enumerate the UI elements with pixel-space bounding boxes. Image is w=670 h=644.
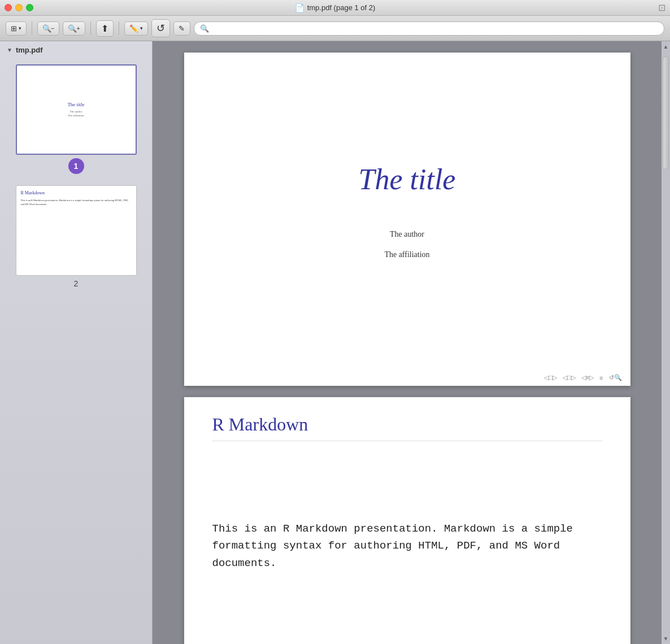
resize-icon[interactable]: ⊡ — [658, 2, 665, 13]
page1-affiliation: The affiliation — [384, 250, 429, 259]
rotate-button[interactable]: ↺ — [151, 19, 170, 37]
scroll-down-arrow[interactable]: ▼ — [662, 634, 670, 643]
nav-zoom-icon[interactable]: ↺🔍 — [607, 373, 624, 382]
nav-next-icon[interactable]: ◁≡▷ — [580, 373, 595, 382]
zoom-out-icon: 🔍 — [42, 24, 51, 33]
sidebar: ▼ tmp.pdf The title The author The affil… — [0, 41, 153, 644]
sidebar-filename: tmp.pdf — [16, 46, 43, 54]
maximize-button[interactable] — [26, 4, 33, 11]
page2-thumbnail[interactable]: R Markdown This is an R Markdown present… — [16, 185, 137, 276]
page1-content: The title The author The affiliation — [184, 53, 630, 369]
thumb2-heading: R Markdown — [21, 190, 132, 195]
pdf-page-2: R Markdown This is an R Markdown present… — [184, 397, 630, 644]
markup-button[interactable]: ✎ — [173, 21, 190, 36]
thumb1-author: The author — [70, 110, 82, 114]
page2-body: This is an R Markdown presentation. Mark… — [212, 520, 602, 572]
page1-badge[interactable]: 1 — [68, 158, 84, 174]
separator-1 — [32, 21, 32, 35]
close-button[interactable] — [5, 4, 12, 11]
collapse-icon[interactable]: ▼ — [7, 47, 12, 53]
nav-list-icon[interactable]: ≡ — [598, 373, 604, 382]
rotate-icon: ↺ — [156, 22, 165, 34]
separator-3 — [119, 21, 119, 35]
view-button[interactable]: ⊞ ▾ — [6, 21, 27, 36]
thumb1-title: The title — [67, 102, 84, 107]
page1-title: The title — [359, 163, 456, 196]
share-button[interactable]: ⬆ — [96, 20, 114, 37]
window-title: tmp.pdf (page 1 of 2) — [307, 3, 376, 12]
page1-thumbnail-container: The title The author The affiliation 1 — [0, 59, 152, 180]
page1-author: The author — [390, 230, 424, 239]
main-area: ▼ tmp.pdf The title The author The affil… — [0, 41, 670, 644]
page1-footer: ◁□▷ ◁□▷ ◁≡▷ ≡ ↺🔍 — [184, 369, 630, 386]
pdf-icon: 📄 — [295, 3, 304, 12]
toolbar: ⊞ ▾ 🔍− 🔍+ ⬆ ✏️ ▾ ↺ ✎ 🔍 — [0, 16, 670, 41]
nav-frame-icon[interactable]: ◁□▷ — [561, 373, 577, 382]
share-icon: ⬆ — [101, 23, 108, 34]
page1-thumbnail[interactable]: The title The author The affiliation — [16, 64, 137, 155]
separator-2 — [90, 21, 91, 35]
sidebar-header: ▼ tmp.pdf — [0, 41, 152, 59]
scroll-up-arrow[interactable]: ▲ — [662, 42, 670, 51]
annotate-arrow-icon: ▾ — [140, 25, 143, 31]
title-bar: 📄 tmp.pdf (page 1 of 2) ⊡ — [0, 0, 670, 16]
pdf-page-1: The title The author The affiliation ◁□▷… — [184, 53, 630, 386]
search-bar[interactable]: 🔍 — [194, 21, 664, 36]
page2-thumbnail-container: R Markdown This is an R Markdown present… — [0, 180, 152, 294]
scrollbar-thumb[interactable] — [663, 56, 669, 169]
scrollbar-track: ▲ ▼ — [662, 41, 670, 644]
page2-title: R Markdown — [212, 414, 602, 441]
annotate-icon: ✏️ — [129, 24, 138, 33]
markup-icon: ✎ — [179, 24, 185, 33]
minimize-button[interactable] — [15, 4, 23, 11]
view-icon: ⊞ — [11, 24, 17, 33]
annotate-button[interactable]: ✏️ ▾ — [124, 21, 148, 36]
traffic-lights — [5, 4, 33, 11]
view-arrow-icon: ▾ — [19, 25, 21, 31]
page2-number[interactable]: 2 — [74, 279, 79, 288]
page2-content: R Markdown This is an R Markdown present… — [184, 397, 630, 594]
zoom-out-button[interactable]: 🔍− — [37, 21, 59, 36]
content-area: The title The author The affiliation ◁□▷… — [153, 41, 662, 644]
thumb1-affiliation: The affiliation — [68, 114, 84, 118]
zoom-in-button[interactable]: 🔍+ — [63, 21, 85, 36]
thumb2-body: This is an R Markdown presentation. Mark… — [21, 199, 132, 207]
zoom-in-icon: 🔍 — [68, 24, 77, 33]
nav-prev-icon[interactable]: ◁□▷ — [542, 373, 559, 382]
search-icon: 🔍 — [200, 24, 209, 33]
page-nav-icons: ◁□▷ ◁□▷ ◁≡▷ ≡ ↺🔍 — [542, 373, 623, 382]
